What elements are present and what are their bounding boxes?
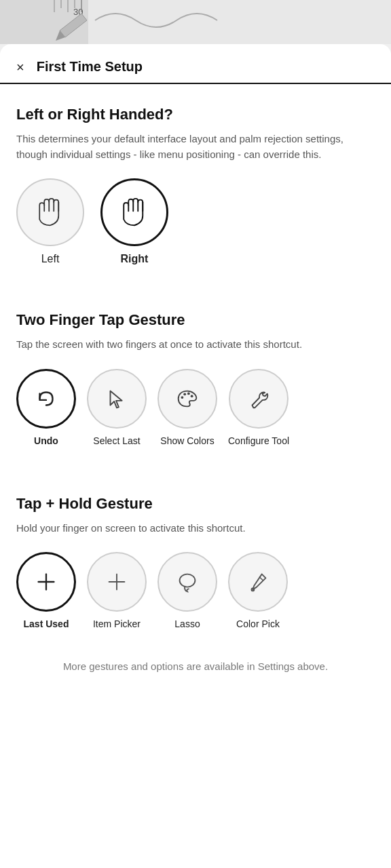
tap-hold-desc: Hold your finger on screen to activate t…	[16, 521, 375, 536]
gesture-label-undo: Undo	[34, 435, 58, 446]
svg-point-17	[183, 393, 186, 395]
gesture-undo[interactable]: Undo	[16, 369, 76, 446]
gesture-circle-last-used	[16, 552, 76, 612]
main-card: × First Time Setup Left or Right Handed?…	[0, 44, 391, 868]
show-colors-icon	[174, 386, 200, 412]
gesture-show-colors[interactable]: Show Colors	[157, 369, 217, 446]
last-used-icon	[33, 569, 59, 595]
handedness-title: Left or Right Handed?	[16, 106, 375, 123]
hand-option-right[interactable]: Right	[100, 178, 168, 265]
item-picker-icon	[104, 569, 130, 595]
svg-point-18	[187, 392, 190, 395]
gesture-configure-tool[interactable]: Configure Tool	[228, 369, 289, 446]
tap-hold-lasso[interactable]: Lasso	[157, 552, 217, 629]
tap-hold-title: Tap + Hold Gesture	[16, 495, 375, 513]
hand-label-left: Left	[41, 253, 60, 265]
close-button[interactable]: ×	[16, 60, 24, 74]
svg-point-19	[191, 395, 193, 397]
handedness-section: Left or Right Handed? This determines yo…	[0, 87, 391, 265]
header: × First Time Setup	[0, 44, 391, 84]
two-finger-title: Two Finger Tap Gesture	[16, 311, 375, 329]
handedness-desc: This determines your default interface l…	[16, 132, 375, 162]
footer-note: More gestures and options are available …	[0, 637, 391, 680]
hand-option-left[interactable]: Left	[16, 178, 84, 265]
two-finger-desc: Tap the screen with two fingers at once …	[16, 337, 375, 353]
select-last-icon	[104, 386, 130, 412]
gesture-label-lasso: Lasso	[174, 618, 200, 629]
hand-options-row: Left Right	[16, 178, 375, 265]
svg-marker-15	[111, 391, 122, 408]
two-finger-section: Two Finger Tap Gesture Tap the screen wi…	[0, 292, 391, 452]
gesture-circle-select-last	[87, 369, 147, 429]
tap-hold-item-picker[interactable]: Item Picker	[87, 552, 147, 629]
tap-hold-color-pick[interactable]: Color Pick	[228, 552, 288, 629]
top-decorative-bar: 30	[0, 0, 391, 44]
header-title: First Time Setup	[37, 59, 143, 75]
gesture-circle-lasso	[157, 552, 217, 612]
left-hand-icon	[31, 193, 69, 231]
svg-line-25	[259, 576, 263, 580]
gesture-label-color-pick: Color Pick	[236, 618, 280, 629]
tap-hold-last-used[interactable]: Last Used	[16, 552, 76, 629]
right-hand-icon	[115, 193, 153, 231]
gesture-circle-configure-tool	[229, 369, 288, 429]
hand-circle-left	[16, 178, 84, 246]
color-pick-icon	[245, 569, 271, 595]
two-finger-options: Undo Select Last	[16, 369, 375, 452]
gesture-label-item-picker: Item Picker	[93, 618, 141, 629]
gesture-label-select-last: Select Last	[93, 435, 140, 446]
lasso-icon	[174, 569, 200, 595]
gesture-circle-item-picker	[87, 552, 147, 612]
svg-point-24	[180, 574, 196, 587]
hand-label-right: Right	[121, 253, 149, 265]
tap-hold-options: Last Used Item Picker	[16, 552, 375, 635]
hand-circle-right	[100, 178, 168, 246]
gesture-label-show-colors: Show Colors	[160, 435, 214, 446]
tap-hold-section: Tap + Hold Gesture Hold your finger on s…	[0, 476, 391, 635]
configure-tool-icon	[246, 386, 272, 412]
svg-point-16	[181, 396, 184, 399]
gesture-label-configure-tool: Configure Tool	[228, 435, 289, 446]
gesture-circle-show-colors	[157, 369, 217, 429]
gesture-circle-color-pick	[228, 552, 288, 612]
undo-icon	[33, 386, 59, 412]
gesture-select-last[interactable]: Select Last	[87, 369, 147, 446]
gesture-label-last-used: Last Used	[24, 618, 69, 629]
gesture-circle-undo	[16, 369, 76, 429]
